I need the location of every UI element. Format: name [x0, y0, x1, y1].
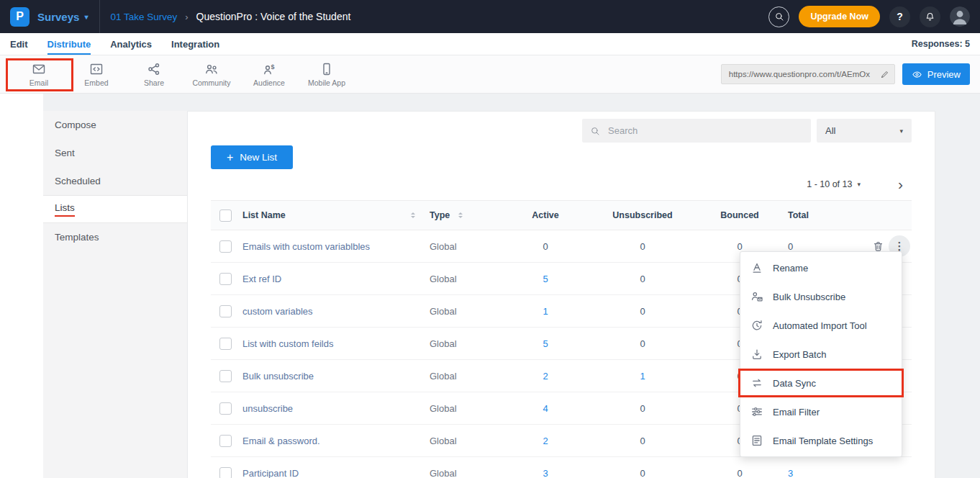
- column-list-name[interactable]: List Name: [242, 210, 286, 220]
- channel-embed[interactable]: Embed: [68, 62, 125, 87]
- upgrade-button[interactable]: Upgrade Now: [799, 6, 880, 27]
- list-name-link[interactable]: Bulk unsubscribe: [240, 371, 314, 382]
- table-row[interactable]: Participant ID Global 3 0 0 3 ⋮: [211, 457, 912, 478]
- delete-list-icon[interactable]: [872, 240, 884, 253]
- unsubscribed-count[interactable]: 0: [585, 403, 700, 414]
- unsubscribed-count[interactable]: 0: [585, 436, 700, 446]
- user-avatar[interactable]: [950, 6, 970, 27]
- embed-icon: [89, 62, 104, 76]
- row-checkbox[interactable]: [219, 402, 232, 415]
- menu-item-data-sync[interactable]: Data Sync: [738, 369, 904, 397]
- unsubscribed-count[interactable]: 0: [585, 468, 700, 478]
- tab-integration[interactable]: Integration: [171, 33, 219, 55]
- chevron-down-icon: ▾: [84, 13, 88, 21]
- bounced-count[interactable]: 0: [700, 468, 779, 478]
- active-count[interactable]: 5: [506, 274, 585, 284]
- list-name-link[interactable]: Emails with custom variablbles: [240, 241, 370, 252]
- list-name-link[interactable]: List with custom feilds: [240, 338, 333, 349]
- active-count[interactable]: 0: [506, 241, 585, 252]
- active-count[interactable]: 2: [506, 371, 585, 382]
- list-search-box[interactable]: [582, 119, 811, 143]
- menu-item-email-filter[interactable]: Email Filter: [740, 397, 902, 426]
- sort-icon[interactable]: [458, 212, 463, 218]
- search-button[interactable]: [768, 6, 789, 27]
- tab-edit[interactable]: Edit: [10, 33, 28, 55]
- svg-text:$: $: [271, 63, 275, 70]
- unsubscribed-count[interactable]: 1: [585, 371, 700, 382]
- page-title: QuestionPro : Voice of the Student: [196, 11, 351, 22]
- list-name-link[interactable]: custom variables: [240, 306, 313, 317]
- help-button[interactable]: ?: [889, 6, 910, 27]
- sidebar-item-scheduled[interactable]: Scheduled: [43, 167, 187, 195]
- new-list-button[interactable]: + New List: [211, 145, 293, 169]
- active-count[interactable]: 3: [506, 468, 585, 478]
- channel-email[interactable]: Email: [10, 62, 68, 87]
- left-gutter: [0, 94, 43, 478]
- channel-audience[interactable]: $Audience: [240, 62, 298, 87]
- sort-icon[interactable]: [411, 212, 415, 218]
- export-icon: [750, 348, 763, 361]
- header-actions: Upgrade Now ?: [768, 6, 970, 27]
- row-checkbox[interactable]: [219, 435, 232, 447]
- survey-url-input[interactable]: [727, 69, 876, 79]
- unsubscribed-count[interactable]: 0: [585, 306, 700, 317]
- row-checkbox[interactable]: [219, 240, 232, 253]
- column-type[interactable]: Type: [430, 210, 450, 220]
- channel-mobile-app[interactable]: Mobile App: [298, 62, 355, 87]
- list-name-link[interactable]: Ext ref ID: [240, 274, 281, 284]
- menu-item-bulk-unsubscribe[interactable]: Bulk Unsubscribe: [740, 282, 902, 311]
- row-checkbox[interactable]: [219, 338, 232, 350]
- unsubscribed-count[interactable]: 0: [585, 241, 700, 252]
- product-switcher[interactable]: Surveys ▾: [37, 11, 88, 23]
- plus-icon: +: [227, 151, 233, 164]
- active-count[interactable]: 2: [506, 436, 585, 446]
- tab-analytics[interactable]: Analytics: [110, 33, 152, 55]
- channel-share[interactable]: Share: [125, 62, 183, 87]
- menu-item-rename[interactable]: Rename: [740, 253, 902, 282]
- total-count[interactable]: 0: [779, 241, 862, 252]
- sidebar-item-label: Lists: [55, 202, 75, 217]
- row-checkbox[interactable]: [219, 370, 232, 382]
- preview-label: Preview: [927, 69, 961, 80]
- preview-button[interactable]: Preview: [902, 63, 970, 85]
- edit-url-button[interactable]: [876, 65, 894, 84]
- bounced-count[interactable]: 0: [700, 241, 779, 252]
- menu-item-export-batch[interactable]: Export Batch: [740, 340, 902, 369]
- survey-nav-tabs: EditDistributeAnalyticsIntegration Respo…: [0, 33, 980, 55]
- sidebar-item-templates[interactable]: Templates: [43, 223, 187, 251]
- menu-item-automated-import-tool[interactable]: Automated Import Tool: [740, 311, 902, 340]
- channel-label: Community: [192, 78, 230, 87]
- unsubscribed-count[interactable]: 0: [585, 274, 700, 284]
- next-page-button[interactable]: ›: [898, 176, 903, 191]
- tab-distribute[interactable]: Distribute: [47, 33, 91, 55]
- active-count[interactable]: 1: [506, 306, 585, 317]
- list-name-link[interactable]: Email & password.: [240, 436, 320, 446]
- list-search-input[interactable]: [607, 125, 803, 137]
- column-total: Total: [779, 210, 862, 220]
- sidebar-item-lists[interactable]: Lists: [43, 195, 187, 223]
- row-checkbox[interactable]: [219, 467, 232, 478]
- pagination-dropdown[interactable]: 1 - 10 of 13 ▾: [807, 179, 861, 189]
- list-filter-dropdown[interactable]: All ▾: [817, 119, 912, 143]
- total-count[interactable]: 3: [779, 468, 862, 478]
- sidebar-item-compose[interactable]: Compose: [43, 111, 187, 139]
- chevron-down-icon: ▾: [899, 127, 903, 135]
- channel-community[interactable]: Community: [183, 62, 240, 87]
- breadcrumb-survey-name[interactable]: 01 Take Survey: [110, 12, 177, 22]
- unsubscribed-count[interactable]: 0: [585, 338, 700, 349]
- row-checkbox[interactable]: [219, 305, 232, 317]
- sidebar-item-sent[interactable]: Sent: [43, 139, 187, 167]
- notifications-button[interactable]: [920, 6, 940, 27]
- filter-selected-value: All: [825, 125, 835, 136]
- menu-item-label: Email Filter: [773, 407, 820, 418]
- list-name-link[interactable]: Participant ID: [240, 468, 299, 478]
- menu-item-email-template-settings[interactable]: Email Template Settings: [740, 426, 902, 455]
- active-count[interactable]: 5: [506, 338, 585, 349]
- select-all-checkbox[interactable]: [219, 209, 232, 222]
- questionpro-logo[interactable]: P: [10, 7, 30, 27]
- list-name-link[interactable]: unsubscribe: [240, 403, 293, 414]
- channel-label: Audience: [253, 78, 285, 87]
- row-checkbox[interactable]: [219, 273, 232, 285]
- survey-url-box[interactable]: [721, 64, 895, 84]
- active-count[interactable]: 4: [506, 403, 585, 414]
